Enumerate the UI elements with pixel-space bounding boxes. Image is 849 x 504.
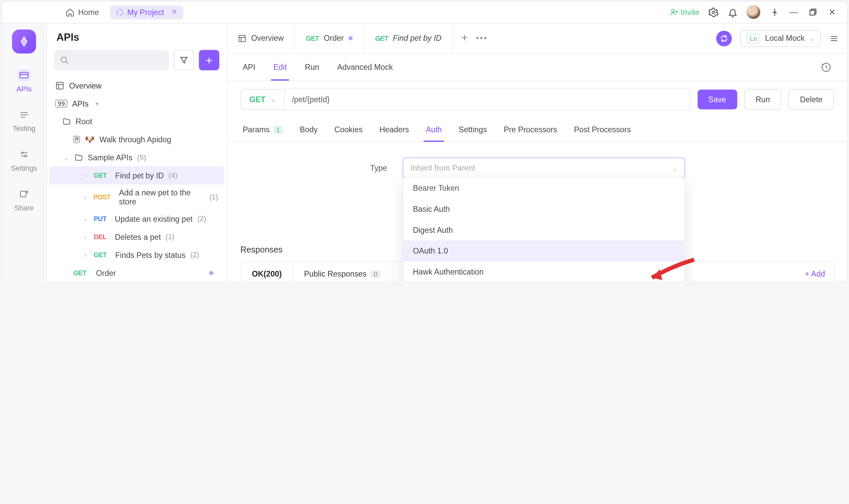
reqtab-cookies[interactable]: Cookies	[334, 118, 362, 141]
auth-type-select[interactable]: Inherit from Parent ⌵	[403, 157, 685, 178]
select-placeholder: Inherit from Parent	[410, 163, 475, 172]
chevron-down-icon: ⌵	[672, 163, 677, 172]
app-logo[interactable]	[12, 30, 36, 53]
unsaved-dot	[209, 271, 213, 275]
dropdown-option[interactable]: Bearer Token	[403, 180, 685, 198]
rail-testing[interactable]: Testing	[13, 109, 35, 133]
tree-endpoint[interactable]: › GET Finds Pets by status (2)	[49, 246, 224, 264]
project-tab[interactable]: My Project ✕	[110, 5, 183, 19]
count-badge: 1	[273, 125, 283, 133]
count-badge: (2)	[191, 251, 199, 259]
request-tabs: Params1 Body Cookies Headers Auth Settin…	[227, 118, 847, 142]
run-button[interactable]: Run	[744, 89, 781, 110]
reqtab-pre[interactable]: Pre Processors	[504, 118, 557, 141]
reqtab-body[interactable]: Body	[300, 118, 317, 141]
delete-button[interactable]: Delete	[789, 89, 834, 110]
resp-tab-ok[interactable]: OK(200)	[241, 262, 293, 281]
new-tab-button[interactable]: +	[461, 32, 468, 45]
content-scroll[interactable]: Type Inherit from Parent ⌵ Bearer TokenB…	[227, 142, 847, 281]
method-badge: PUT	[94, 215, 107, 222]
rail-share[interactable]: Share	[14, 188, 34, 212]
tree-walkthrough[interactable]: M 🐶 Walk through Apidog	[49, 130, 224, 148]
tree-endpoint[interactable]: › POST Add a new pet to the store (1)	[49, 184, 224, 210]
invite-button[interactable]: Invite	[670, 8, 699, 17]
subtab-api[interactable]: API	[243, 53, 255, 80]
gear-icon[interactable]	[708, 7, 718, 17]
rail-label: APIs	[16, 85, 32, 93]
more-icon[interactable]: •••	[476, 34, 488, 43]
layout-icon	[55, 81, 64, 90]
tree-label: Update an existing pet	[115, 214, 193, 223]
history-icon[interactable]	[820, 62, 831, 72]
avatar[interactable]	[746, 5, 760, 19]
layout-icon	[238, 34, 246, 42]
reqtab-settings[interactable]: Settings	[459, 118, 487, 141]
settings-icon	[17, 148, 31, 160]
auth-type-label: Type	[240, 163, 391, 172]
dropdown-option[interactable]: Digest Auth	[403, 219, 685, 240]
close-button[interactable]: ✕	[827, 7, 837, 17]
tree-sample-apis[interactable]: ⌄ Sample APIs (5)	[49, 148, 224, 166]
tree-endpoint[interactable]: › DEL Deletes a pet (1)	[49, 228, 224, 246]
maximize-button[interactable]	[808, 7, 818, 17]
url-input[interactable]: /pet/{petId}	[285, 89, 690, 111]
resp-tab-public[interactable]: Public Responses0	[293, 262, 392, 281]
home-icon	[66, 8, 74, 17]
search-input[interactable]	[54, 50, 169, 70]
tab-find-pet[interactable]: GET Find pet by ID	[364, 23, 453, 53]
tree-order[interactable]: GET Order	[49, 264, 224, 281]
tree-apis[interactable]: 99 APIs ▾	[49, 94, 224, 112]
method-badge: POST	[93, 193, 111, 201]
tab-order[interactable]: GET Order	[295, 23, 364, 53]
markdown-icon: M	[73, 136, 80, 143]
rail-settings[interactable]: Settings	[11, 148, 37, 172]
home-button[interactable]: Home	[61, 5, 104, 19]
dropdown-option[interactable]: Hawk Authentication	[403, 261, 685, 281]
reqtab-auth[interactable]: Auth	[426, 118, 442, 141]
subtab-advanced-mock[interactable]: Advanced Mock	[337, 53, 393, 80]
search-icon	[60, 56, 69, 65]
chevron-right-icon: ›	[82, 215, 89, 222]
tab-overview[interactable]: Overview	[227, 23, 295, 53]
url-row: GET ⌵ /pet/{petId} Save Run Delete	[227, 81, 847, 118]
dropdown-option[interactable]: Basic Auth	[403, 198, 685, 219]
add-button[interactable]: +	[199, 50, 219, 70]
rail-apis[interactable]: APIs	[16, 69, 32, 93]
tree-endpoint[interactable]: › PUT Update an existing pet (2)	[49, 210, 224, 228]
share-icon	[17, 188, 31, 200]
save-button[interactable]: Save	[697, 90, 737, 109]
close-icon[interactable]: ✕	[172, 8, 177, 16]
menu-icon[interactable]	[829, 34, 839, 42]
tab-label: Overview	[251, 34, 284, 43]
reqtab-params[interactable]: Params1	[243, 118, 283, 141]
tree-label: Deletes a pet	[115, 232, 161, 241]
bell-icon[interactable]	[727, 7, 738, 17]
environment-select[interactable]: Lo Local Mock ⌵	[740, 30, 821, 47]
subtabs: API Edit Run Advanced Mock	[227, 53, 847, 81]
tree-endpoint[interactable]: › GET Find pet by ID (4)	[49, 166, 224, 184]
subtab-edit[interactable]: Edit	[273, 53, 287, 80]
subtab-run[interactable]: Run	[305, 53, 319, 80]
filter-button[interactable]	[174, 50, 194, 70]
tree-root[interactable]: Root	[49, 112, 224, 130]
method-badge: GET	[73, 269, 86, 276]
folder-icon	[63, 117, 71, 126]
minimize-button[interactable]: —	[788, 7, 799, 17]
pin-icon[interactable]	[769, 7, 780, 17]
add-response-button[interactable]: + Add	[796, 269, 833, 278]
method-select[interactable]: GET ⌵	[240, 89, 285, 110]
chevron-down-icon: ⌵	[271, 95, 276, 103]
tree-label: Root	[76, 117, 92, 126]
sync-button[interactable]	[717, 30, 732, 46]
reqtab-post[interactable]: Post Processors	[574, 118, 631, 141]
api-tree: Overview 99 APIs ▾ Root M 🐶 Walk through…	[47, 76, 227, 281]
chevron-right-icon: ›	[82, 233, 89, 240]
chevron-right-icon: ›	[82, 172, 89, 179]
tree-overview[interactable]: Overview	[49, 76, 224, 94]
method-badge: GET	[94, 251, 107, 258]
invite-icon	[670, 8, 678, 16]
main-panel: Overview GET Order GET Find pet by ID + …	[227, 23, 847, 281]
reqtab-headers[interactable]: Headers	[379, 118, 409, 141]
dropdown-option[interactable]: OAuth 1.0	[403, 240, 685, 262]
count-badge: 0	[370, 270, 381, 278]
